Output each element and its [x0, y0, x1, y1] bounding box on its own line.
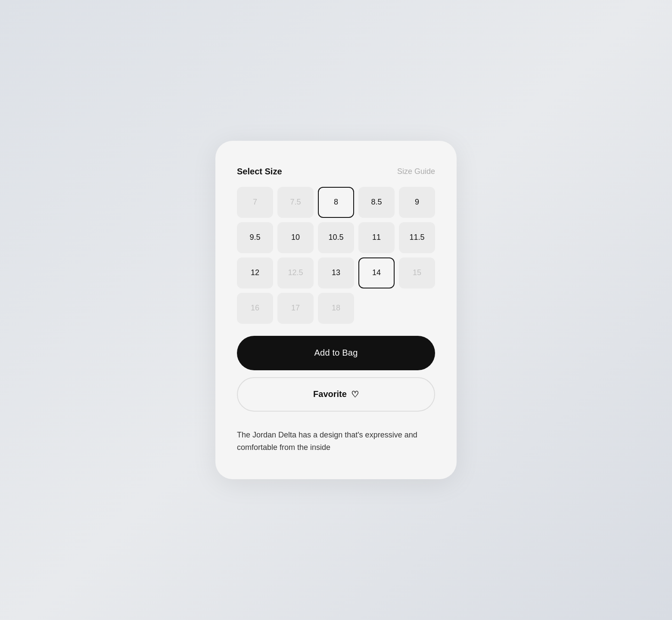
size-button-13[interactable]: 13: [318, 257, 354, 288]
size-button-9.5[interactable]: 9.5: [237, 222, 273, 253]
size-button-11[interactable]: 11: [358, 222, 395, 253]
size-button-14[interactable]: 14: [358, 257, 395, 288]
size-button-11.5[interactable]: 11.5: [399, 222, 435, 253]
size-button-12.5: 12.5: [277, 257, 314, 288]
size-header: Select Size Size Guide: [237, 167, 435, 177]
size-button-10[interactable]: 10: [277, 222, 314, 253]
heart-icon: ♡: [351, 389, 359, 400]
size-button-17: 17: [277, 293, 314, 324]
size-button-8.5[interactable]: 8.5: [358, 187, 395, 218]
product-description: The Jordan Delta has a design that's exp…: [237, 429, 435, 454]
favorite-button[interactable]: Favorite ♡: [237, 377, 435, 412]
product-card: Select Size Size Guide 77.588.599.51010.…: [215, 141, 457, 480]
size-button-16: 16: [237, 293, 273, 324]
size-button-9[interactable]: 9: [399, 187, 435, 218]
size-button-18: 18: [318, 293, 354, 324]
select-size-label: Select Size: [237, 167, 282, 177]
size-guide-label[interactable]: Size Guide: [397, 167, 435, 176]
add-to-bag-button[interactable]: Add to Bag: [237, 336, 435, 370]
size-button-12[interactable]: 12: [237, 257, 273, 288]
size-button-8[interactable]: 8: [318, 187, 354, 218]
favorite-label: Favorite: [313, 389, 347, 399]
size-grid: 77.588.599.51010.51111.51212.51314151617…: [237, 187, 435, 324]
size-button-7.5: 7.5: [277, 187, 314, 218]
size-button-10.5[interactable]: 10.5: [318, 222, 354, 253]
size-button-7: 7: [237, 187, 273, 218]
size-button-15: 15: [399, 257, 435, 288]
